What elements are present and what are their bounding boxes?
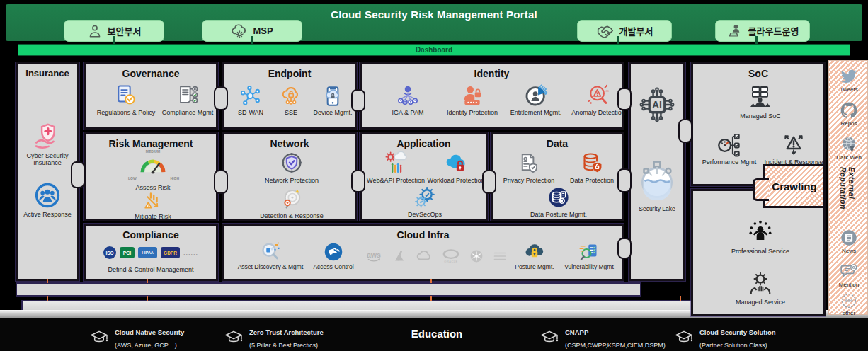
access-control-icon <box>323 241 344 263</box>
feature-sd-wan[interactable]: SD-WAN <box>230 85 271 116</box>
feature-network-protection[interactable]: Network Protection <box>256 150 327 184</box>
feature-incident-response[interactable]: Incident & Response <box>763 132 825 166</box>
api-gear-icon <box>384 151 408 176</box>
managed-service-icon <box>747 270 774 297</box>
feature-active-response[interactable]: Active Response <box>21 181 74 218</box>
source-label: News <box>842 248 856 254</box>
data-posture-icon <box>547 185 571 209</box>
pci-badge: PCI <box>120 247 135 258</box>
gauge-low-label: LOW <box>128 177 137 181</box>
actor-label: 개발부서 <box>619 24 653 38</box>
feature-cyber-security-insurance[interactable]: Cyber Security Insurance <box>21 121 74 167</box>
feature-mitigate-risk[interactable]: Mitigate Risk <box>110 190 195 220</box>
connector-tick <box>680 296 681 301</box>
feature-managed-soc[interactable]: Managed SoC <box>732 83 789 120</box>
connector-tick <box>47 296 48 301</box>
external-reputation-title: External Reputation <box>839 167 856 224</box>
radar-icon <box>280 187 304 211</box>
crawling-box[interactable]: Crawling <box>763 164 826 208</box>
feature-label: Vulnerability Mgmt <box>564 264 614 271</box>
feature-label: Identity Protection <box>447 109 498 116</box>
actor-dev-dept-button[interactable]: 개발부서 <box>577 20 672 42</box>
connector-tick <box>147 279 148 283</box>
soc-title: SoC <box>693 68 823 79</box>
feature-label: Access Control <box>313 264 353 271</box>
feature-performance-mgmt[interactable]: Performance Mgmt <box>696 132 763 166</box>
ai-chip-icon: AI <box>638 86 676 124</box>
feature-label: Cyber Security Insurance <box>21 152 74 167</box>
education-item-title: Zero Trust Architecture <box>249 328 324 336</box>
feature-label: Compliance Mgmt <box>162 109 214 116</box>
actor-cloud-ops-button[interactable]: 클라우드운영 <box>715 20 810 42</box>
other-dots-icon <box>840 292 858 310</box>
feature-entitlement-mgmt[interactable]: Entitlement Mgmt. <box>506 84 566 116</box>
dashboard-label: Dashboard <box>416 46 452 54</box>
feature-privacy-protection[interactable]: Privacy Protection <box>498 151 559 184</box>
feature-ai[interactable]: AI <box>638 86 676 124</box>
devsecops-gears-icon <box>413 185 437 209</box>
connector-stub <box>755 36 758 44</box>
source-tweets[interactable]: Tweets <box>829 67 868 93</box>
gauge-medium-label: MEDIUM <box>146 150 160 154</box>
feature-data-protection[interactable]: Data Protection <box>562 151 622 184</box>
feature-access-control[interactable]: Access Control <box>308 241 359 271</box>
person-pie-icon <box>524 84 548 108</box>
compliance-caption: Defind & Control Management <box>86 266 216 273</box>
source-other[interactable]: other <box>829 292 868 316</box>
feature-vulnerability-mgmt[interactable]: Vulnerability Mgmt <box>557 241 621 271</box>
feature-label: Network Protection <box>265 177 319 184</box>
feature-label: Professional Service <box>731 248 789 255</box>
connector-stub <box>251 36 253 44</box>
puzzle-tab <box>617 168 632 192</box>
source-repos[interactable]: Repos <box>829 100 868 127</box>
declining-chart-icon <box>142 190 164 212</box>
source-dark-web[interactable]: Dark Web <box>829 134 868 161</box>
puzzle-tab <box>71 161 85 188</box>
feature-sse[interactable]: SSE <box>273 85 309 116</box>
privacy-doc-icon <box>517 151 541 176</box>
feature-managed-service[interactable]: Managed Service <box>725 270 796 306</box>
puzzle-tab <box>482 170 496 194</box>
feature-label: DevSecOps <box>408 211 442 218</box>
feature-security-lake[interactable]: Security Lake <box>635 158 679 213</box>
feature-label: Web&API Protection <box>367 177 425 184</box>
feature-assess-risk[interactable]: MEDIUM LOW HIGH Assess Risk <box>110 153 195 191</box>
feature-workload-protection[interactable]: Workload Protection <box>426 151 486 184</box>
feature-posture-mgmt[interactable]: Posture Mgmt. <box>508 241 561 271</box>
database-shield-icon <box>580 151 604 176</box>
feature-detection-response[interactable]: Detection & Response <box>256 187 327 219</box>
magnifier-alert-icon <box>586 84 610 108</box>
endpoint-title: Endpoint <box>224 68 355 79</box>
identity-tree-icon <box>396 84 420 108</box>
feature-compliance-mgmt[interactable]: Compliance Mgmt <box>159 84 216 116</box>
feature-iga-pam[interactable]: IGA & PAM <box>379 84 436 116</box>
application-box: Application Web&API Protection Workload … <box>360 132 488 221</box>
feature-regulations-policy[interactable]: Regulations & Policy <box>94 84 158 116</box>
education-item-title: Cloud Native Security <box>115 328 184 336</box>
compliance-box: Compliance ISO PCI HIPAA GDPR ...... Def… <box>84 224 218 281</box>
feature-label: Data Protection <box>570 177 614 184</box>
source-mention[interactable]: Mention <box>829 262 868 288</box>
feature-asset-discovery[interactable]: Asset Discovery & Mgmt <box>233 241 308 271</box>
more-platforms-icon <box>491 248 508 265</box>
grad-cap-icon <box>539 328 559 347</box>
page-title: Cloud Security Risk Management Portal <box>6 8 862 21</box>
person-laptop-icon <box>726 23 743 40</box>
feature-data-posture-mgmt[interactable]: Data Posture Mgmt. <box>526 185 591 218</box>
dashboard-bar[interactable]: Dashboard <box>18 44 850 56</box>
source-news[interactable]: News <box>829 228 868 254</box>
feature-label: Regulations & Policy <box>97 109 156 116</box>
feature-devsecops[interactable]: DevSecOps <box>394 185 456 218</box>
puzzle-tab <box>351 89 365 112</box>
feature-identity-protection[interactable]: Identity Protection <box>442 84 503 116</box>
gauge-high-label: HIGH <box>171 177 180 181</box>
iso-badge: ISO <box>103 246 116 259</box>
connector-tick <box>47 279 48 283</box>
feature-web-api-protection[interactable]: Web&API Protection <box>365 151 427 184</box>
puzzle-tab <box>351 170 365 192</box>
person-lock-icon <box>460 84 484 108</box>
feature-professional-service[interactable]: Professional Service <box>725 218 796 255</box>
compliance-doc-icon <box>176 84 200 108</box>
feature-label: Device Mgmt. <box>313 109 352 116</box>
feature-device-mgmt[interactable]: Device Mgmt. <box>311 85 355 116</box>
